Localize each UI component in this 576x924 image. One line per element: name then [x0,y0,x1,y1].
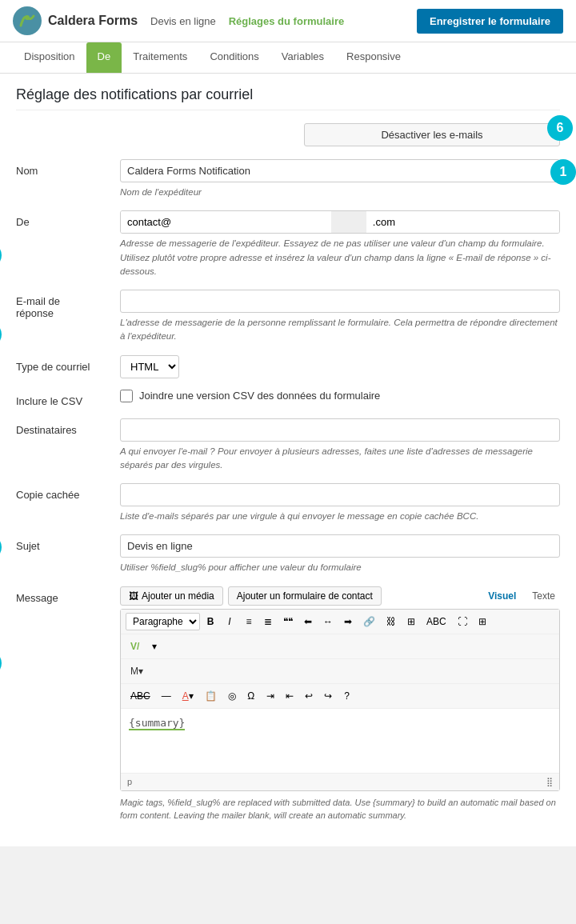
svg-point-0 [13,6,42,35]
editor-body[interactable]: {summary} [121,709,559,773]
italic-button[interactable]: I [221,613,238,630]
sujet-label: Sujet [16,534,120,552]
align-center-button[interactable]: ↔ [318,613,338,630]
cc-row: Copie cachée Liste d'e-mails séparés par… [16,483,560,523]
help-button[interactable]: ? [338,687,356,705]
top-bar: Caldera Forms Devis en ligne Réglages du… [0,0,576,42]
nom-row: Nom Nom de l'expéditeur 1 [16,159,560,199]
strikethrough-button[interactable]: ABC [126,687,155,705]
type-select[interactable]: HTML Texte [120,355,179,378]
form-name-link[interactable]: Devis en ligne [150,15,216,27]
logo: Caldera Forms [13,6,138,35]
csv-field: Joindre une version CSV des données du f… [120,390,560,402]
list-ul-button[interactable]: ≡ [240,613,258,630]
sujet-hint: Utiliser %field_slug% pour afficher une … [120,561,560,574]
nom-field: Nom de l'expéditeur [120,159,560,199]
unlink-button[interactable]: ⛓ [382,613,401,630]
blockquote-button[interactable]: ❝❝ [278,613,298,630]
dest-input[interactable] [120,418,560,442]
sujet-input[interactable] [120,534,560,558]
align-right-button[interactable]: ➡ [339,613,357,630]
dest-label: Destinataires [16,418,120,436]
badge-1: 1 [550,159,576,185]
cc-hint: Liste d'e-mails séparés par une virgule … [120,510,560,523]
paragraph-select[interactable]: Paragraphe [126,613,200,630]
email-suffix-input[interactable] [366,211,559,233]
reply-hint: L'adresse de messagerie de la personne r… [120,316,560,344]
editor-container: Paragraphe B I ≡ ≣ ❝❝ ⬅ ↔ ➡ 🔗 ⛓ ⊞ ABC ⛶ … [120,609,560,791]
page-content: Réglage des notifications par courriel D… [0,74,576,846]
badge-4: 4 [0,534,2,560]
logo-text: Caldera Forms [48,14,138,28]
dash-button[interactable]: — [157,687,176,705]
link-button[interactable]: 🔗 [358,613,380,630]
nom-hint: Nom de l'expéditeur [120,186,560,199]
paste-button[interactable]: 📋 [200,687,222,705]
csv-checkbox[interactable] [120,390,133,402]
de-field: Adresse de messagerie de l'expéditeur. E… [120,210,560,278]
nom-label: Nom [16,159,120,177]
badge-6: 6 [547,115,573,141]
clear-button[interactable]: ◎ [223,687,241,705]
csv-label: Inclure le CSV [16,390,120,407]
svg-point-1 [25,15,30,20]
m-button[interactable]: M▾ [126,662,148,680]
email-prefix-input[interactable] [121,211,331,233]
toolbar-row-4: ABC — A▾ 📋 ◎ Ω ⇥ ⇤ ↩ ↪ ? [121,684,559,709]
toolbar-row-2: V/ ▾ [121,634,559,659]
fullscreen-button[interactable]: ⛶ [453,613,472,630]
insert-button[interactable]: ⊞ [402,613,420,630]
bold-button[interactable]: B [202,613,219,630]
summary-tag: {summary} [129,717,185,730]
toolbar-row-1: Paragraphe B I ≡ ≣ ❝❝ ⬅ ↔ ➡ 🔗 ⛓ ⊞ ABC ⛶ … [121,610,559,634]
text-color-button[interactable]: A▾ [178,687,198,705]
spell-button[interactable]: ABC [422,613,451,630]
message-field: 🖼 Ajouter un média Ajouter un formulaire… [120,586,560,822]
nom-input[interactable] [120,159,560,182]
list-ol-button[interactable]: ≣ [259,613,277,630]
cc-label: Copie cachée [16,483,120,501]
editor-tab-visual[interactable]: Visuel [483,589,521,603]
reply-row: E-mail de réponse L'adresse de messageri… [16,290,560,344]
reply-field: L'adresse de messagerie de la personne r… [120,290,560,344]
section-title: Réglage des notifications par courriel [16,86,560,110]
type-row: Type de courriel HTML Texte [16,355,560,378]
tab-disposition[interactable]: Disposition [13,42,86,73]
omega-button[interactable]: Ω [242,687,260,705]
redo-button[interactable]: ↪ [319,687,337,705]
outdent-button[interactable]: ⇤ [281,687,298,705]
type-label: Type de courriel [16,355,120,373]
sujet-row: Sujet Utiliser %field_slug% pour affiche… [16,534,560,574]
csv-checkbox-row: Joindre une version CSV des données du f… [120,390,560,402]
save-button[interactable]: Enregistrer le formulaire [417,9,563,34]
csv-row: Inclure le CSV Joindre une version CSV d… [16,390,560,407]
add-contact-form-button[interactable]: Ajouter un formulaire de contact [228,586,382,606]
caret-button[interactable]: ▾ [146,638,163,655]
nav-tabs: Disposition De Traitements Conditions Va… [0,42,576,74]
tab-traitements[interactable]: Traitements [122,42,198,73]
undo-button[interactable]: ↩ [300,687,318,705]
media-icon: 🖼 [129,590,138,602]
disable-row: Désactiver les e-mails 6 [16,123,560,146]
add-media-button[interactable]: 🖼 Ajouter un média [120,586,223,606]
editor-tab-text[interactable]: Texte [527,589,560,603]
de-hint: Adresse de messagerie de l'expéditeur. E… [120,237,560,278]
tab-variables[interactable]: Variables [270,42,335,73]
message-label: Message [16,586,120,604]
indent-button[interactable]: ⇥ [262,687,279,705]
tab-conditions[interactable]: Conditions [198,42,270,73]
tab-de[interactable]: De [86,42,122,73]
editor-p-tag: p [127,777,132,787]
de-row: De Adresse de messagerie de l'expéditeur… [16,210,560,278]
disable-email-button[interactable]: Désactiver les e-mails [304,123,560,146]
align-left-button[interactable]: ⬅ [299,613,317,630]
reply-input[interactable] [120,290,560,313]
tab-responsive[interactable]: Responsive [335,42,412,73]
type-field: HTML Texte [120,355,560,378]
badge-5: 5 [0,650,2,676]
visual-button[interactable]: V/ [126,638,144,655]
cc-input[interactable] [120,483,560,506]
settings-link[interactable]: Réglages du formulaire [229,15,344,27]
reply-label: E-mail de réponse [16,290,120,319]
grid-button[interactable]: ⊞ [474,613,491,630]
